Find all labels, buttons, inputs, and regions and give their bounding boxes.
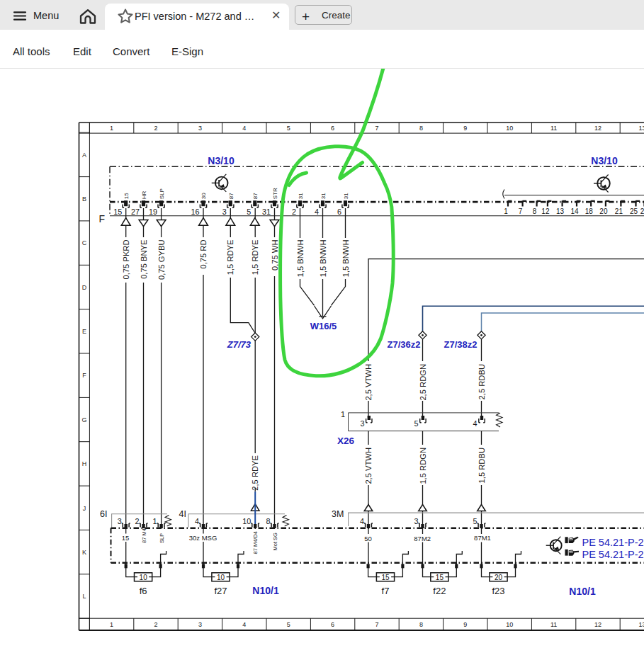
svg-text:25: 25 xyxy=(630,207,638,215)
svg-text:1,5 BNWH: 1,5 BNWH xyxy=(341,240,350,278)
svg-text:PE 54.21-P-21: PE 54.21-P-21 xyxy=(582,537,644,548)
svg-text:2: 2 xyxy=(135,517,139,525)
svg-text:2,5 VTWH: 2,5 VTWH xyxy=(364,364,373,401)
svg-text:10: 10 xyxy=(140,574,148,581)
svg-text:0,75 PKRD: 0,75 PKRD xyxy=(122,240,130,280)
svg-text:4: 4 xyxy=(242,621,246,628)
svg-text:STR: STR xyxy=(272,188,278,199)
svg-text:f7: f7 xyxy=(382,586,390,596)
svg-text:7: 7 xyxy=(375,621,378,628)
svg-text:f23: f23 xyxy=(492,586,504,596)
svg-text:PE 54.21-P-21: PE 54.21-P-21 xyxy=(582,549,644,560)
svg-text:0,75 GYBU: 0,75 GYBU xyxy=(157,240,166,280)
svg-text:K: K xyxy=(82,549,86,556)
svg-text:5: 5 xyxy=(247,207,251,216)
svg-text:2,5 RDGN: 2,5 RDGN xyxy=(419,364,427,401)
svg-text:1,5 BNWH: 1,5 BNWH xyxy=(319,240,327,278)
svg-text:8: 8 xyxy=(419,125,423,132)
svg-text:15: 15 xyxy=(381,574,390,581)
svg-text:N3/10: N3/10 xyxy=(208,155,235,166)
svg-text:8: 8 xyxy=(419,621,423,628)
svg-text:6I: 6I xyxy=(100,509,107,519)
svg-text:14: 14 xyxy=(570,207,579,215)
svg-text:1: 1 xyxy=(504,207,508,215)
svg-text:1,5 RDBU: 1,5 RDBU xyxy=(478,448,486,483)
svg-text:31: 31 xyxy=(298,193,304,199)
svg-text:16: 16 xyxy=(191,207,199,216)
svg-text:11: 11 xyxy=(550,621,557,628)
svg-text:6: 6 xyxy=(331,125,334,132)
svg-text:5: 5 xyxy=(287,621,290,628)
svg-text:50: 50 xyxy=(364,535,372,542)
svg-text:5: 5 xyxy=(473,517,477,525)
svg-text:3: 3 xyxy=(222,207,227,216)
svg-text:Z7/73: Z7/73 xyxy=(227,339,252,350)
svg-text:L: L xyxy=(82,593,86,600)
svg-text:2,5 RDYE: 2,5 RDYE xyxy=(251,455,259,491)
svg-text:4: 4 xyxy=(242,125,246,132)
svg-text:2: 2 xyxy=(154,621,157,628)
svg-text:87: 87 xyxy=(252,193,259,199)
svg-text:N3/10: N3/10 xyxy=(591,155,618,166)
svg-text:4: 4 xyxy=(360,517,364,525)
svg-text:87 M4: 87 M4 xyxy=(141,528,147,543)
svg-text:13: 13 xyxy=(638,125,644,132)
svg-text:1,5 BNWH: 1,5 BNWH xyxy=(296,240,305,278)
svg-text:20: 20 xyxy=(599,207,608,215)
svg-text:D: D xyxy=(82,284,87,291)
svg-text:15: 15 xyxy=(113,207,122,216)
svg-text:1: 1 xyxy=(153,517,157,525)
svg-text:2: 2 xyxy=(154,125,157,132)
svg-text:F: F xyxy=(82,372,86,379)
svg-text:C: C xyxy=(82,239,87,246)
svg-text:31: 31 xyxy=(343,193,349,199)
svg-text:J: J xyxy=(83,505,86,512)
svg-text:Z7/38z2: Z7/38z2 xyxy=(444,339,478,350)
svg-text:30: 30 xyxy=(200,193,207,199)
svg-text:8: 8 xyxy=(533,207,537,215)
svg-text:6: 6 xyxy=(331,621,334,628)
svg-text:1: 1 xyxy=(341,410,345,419)
svg-text:30z MSG: 30z MSG xyxy=(189,534,218,542)
svg-text:f6: f6 xyxy=(140,586,147,596)
svg-text:N10/1: N10/1 xyxy=(569,586,596,597)
svg-text:0,75 RD: 0,75 RD xyxy=(199,240,208,269)
svg-text:1: 1 xyxy=(110,125,113,132)
svg-text:3: 3 xyxy=(414,517,418,525)
svg-text:X26: X26 xyxy=(337,436,355,446)
svg-text:7: 7 xyxy=(375,125,378,132)
svg-text:HR: HR xyxy=(141,191,147,200)
svg-text:H: H xyxy=(82,460,87,467)
svg-text:10: 10 xyxy=(242,517,251,525)
svg-text:87: 87 xyxy=(228,193,235,199)
svg-text:15: 15 xyxy=(436,574,444,581)
svg-text:4: 4 xyxy=(315,207,319,216)
svg-text:9: 9 xyxy=(463,621,467,628)
svg-text:18: 18 xyxy=(585,207,594,215)
svg-text:31: 31 xyxy=(262,207,271,216)
svg-text:13: 13 xyxy=(556,207,565,215)
svg-text:Mot SG: Mot SG xyxy=(272,533,278,551)
svg-text:2,5 VTWH: 2,5 VTWH xyxy=(364,448,373,484)
svg-text:G: G xyxy=(81,416,86,423)
svg-text:1,5 RDYE: 1,5 RDYE xyxy=(226,240,235,275)
svg-text:15: 15 xyxy=(123,193,130,199)
svg-text:N10/1: N10/1 xyxy=(252,585,279,596)
svg-text:13: 13 xyxy=(638,621,644,628)
svg-text:0,75 WH: 0,75 WH xyxy=(271,240,279,271)
svg-text:2: 2 xyxy=(640,207,644,215)
svg-text:5: 5 xyxy=(287,125,290,132)
svg-text:3: 3 xyxy=(198,125,202,132)
svg-text:1,5 RDGN: 1,5 RDGN xyxy=(419,448,427,484)
svg-text:7: 7 xyxy=(519,207,523,215)
svg-text:1,5 RDYE: 1,5 RDYE xyxy=(251,240,259,275)
svg-text:W16/5: W16/5 xyxy=(310,321,337,331)
svg-text:20: 20 xyxy=(495,574,503,581)
svg-text:3M: 3M xyxy=(332,509,344,519)
svg-text:11: 11 xyxy=(550,125,557,132)
svg-text:E: E xyxy=(82,328,86,335)
svg-text:0,75 BNYE: 0,75 BNYE xyxy=(140,240,148,279)
svg-text:f22: f22 xyxy=(433,586,446,596)
svg-text:3: 3 xyxy=(198,621,202,628)
svg-text:1: 1 xyxy=(110,621,113,628)
